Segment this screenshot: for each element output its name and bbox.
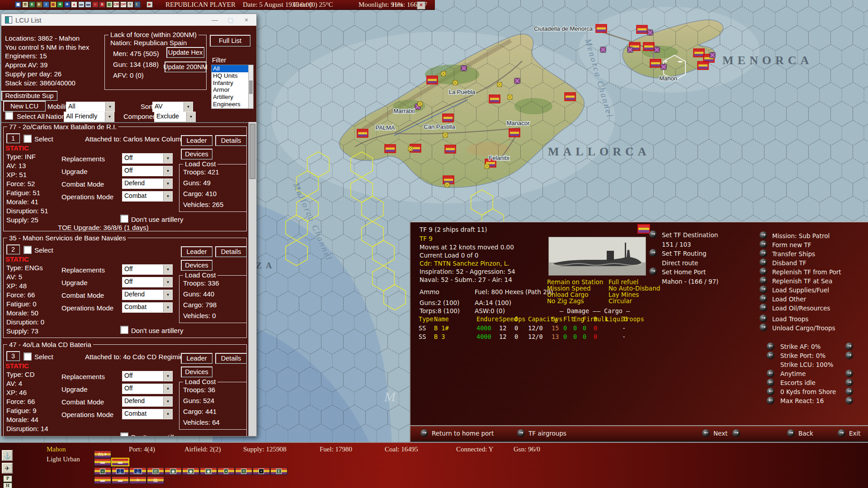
tf-menu-form-new-tf[interactable]: Form new TF <box>772 241 811 249</box>
torpedo-boat-icon[interactable]: ▬ <box>94 476 111 484</box>
exit-arrow-icon[interactable]: → <box>838 429 845 437</box>
industry-icon[interactable]: ⌂ <box>92 1 99 8</box>
chevron-down-icon[interactable]: ▼ <box>184 102 193 112</box>
strike-plus-icon[interactable]: → <box>845 397 853 404</box>
strike-plus-icon[interactable]: → <box>845 388 853 395</box>
leader-button[interactable]: Leader <box>181 353 212 364</box>
tf-name[interactable]: TF 9 <box>420 235 433 242</box>
mobility-dropdown[interactable]: All▼ <box>66 102 115 112</box>
unit-index-button[interactable]: 1 <box>6 133 20 143</box>
redistribute-supply-button[interactable]: Redistribute Sup <box>1 91 57 101</box>
filter-option-hq-units[interactable]: HQ Units <box>212 72 253 80</box>
recon-unit-icon-3[interactable]: ◉ <box>200 467 217 475</box>
filter-listbox[interactable]: AllHQ UnitsInfantryArmorArtilleryEnginee… <box>211 65 254 109</box>
recon-unit-icon-2[interactable]: ◉ <box>182 467 199 475</box>
info-icon[interactable]: i <box>43 1 49 8</box>
details-button[interactable]: Details <box>215 135 247 146</box>
tf-airgroups-button[interactable]: TF airgroups <box>528 430 566 437</box>
tf-menu-replenish-tf-from-port[interactable]: Replenish TF from Port <box>772 268 841 276</box>
update-200nm-button[interactable]: Update 200NM <box>165 61 206 72</box>
menu-arrow-icon[interactable]: → <box>760 277 767 284</box>
order-toggle-no-zig-zags[interactable]: No Zig Zags <box>547 297 584 305</box>
destination-line-2[interactable]: Set TF Routing <box>662 250 707 257</box>
nation-dropdown[interactable]: All Friendly▼ <box>64 112 114 122</box>
order-toggle-circular[interactable]: Circular <box>609 297 632 305</box>
operations-icon[interactable]: OP <box>120 1 127 8</box>
task-force-icon[interactable]: ▬ <box>85 1 91 8</box>
map-unit-flag[interactable] <box>358 130 368 137</box>
map-unit-marker[interactable] <box>514 78 520 84</box>
combat-mode-dropdown[interactable]: Defend▼ <box>122 178 173 189</box>
leader-button[interactable]: Leader <box>181 135 212 146</box>
chevron-down-icon[interactable]: ▼ <box>105 102 114 112</box>
chevron-down-icon[interactable]: ▼ <box>163 384 172 394</box>
filter-option-artillery[interactable]: Artillery <box>212 94 253 101</box>
strike-minus-icon[interactable]: ← <box>767 379 774 386</box>
return-home-arrow-icon[interactable]: → <box>420 429 428 437</box>
filter-scrollbar[interactable] <box>248 65 253 108</box>
ship-row-0-name[interactable]: B 1# <box>434 324 449 332</box>
scenario-icon[interactable]: ▦ <box>50 1 57 8</box>
engineer-unit-icon[interactable]: E <box>270 467 288 475</box>
naval-icon[interactable]: ▬ <box>78 1 85 8</box>
destination-line-0[interactable]: Set TF Destination <box>662 231 718 239</box>
tf-menu-transfer-ships[interactable]: Transfer Ships <box>772 250 815 258</box>
filter-option-armor[interactable]: Armor <box>212 86 253 94</box>
dont-use-artillery-checkbox[interactable] <box>120 326 128 334</box>
oob-icon[interactable]: E <box>29 1 35 8</box>
chevron-down-icon[interactable]: ▼ <box>163 192 172 201</box>
tf-menu-replenish-tf-at-sea[interactable]: Replenish TF at Sea <box>772 277 832 285</box>
save-icon[interactable]: ▦ <box>15 1 21 8</box>
warship-stack-icon[interactable]: ▬ <box>94 458 111 466</box>
toe-icon[interactable]: E <box>36 1 42 8</box>
menu-arrow-icon[interactable]: → <box>760 258 767 266</box>
menu-arrow-icon[interactable]: → <box>760 304 767 311</box>
p-marker[interactable]: P <box>3 475 12 482</box>
base-force-icon[interactable]: III <box>147 467 164 475</box>
map-unit-marker[interactable] <box>654 47 660 52</box>
dont-use-artillery-checkbox[interactable] <box>120 432 128 436</box>
strike-minus-icon[interactable]: ← <box>767 370 774 377</box>
menu-arrow-icon[interactable]: → <box>760 286 767 293</box>
back-arrow-icon[interactable]: → <box>787 429 795 437</box>
recon-unit-icon[interactable]: ◉ <box>165 467 182 475</box>
sort-dropdown[interactable]: AV▼ <box>152 102 193 112</box>
strike-plus-icon[interactable]: → <box>845 352 853 359</box>
select-all-checkbox[interactable] <box>5 112 13 120</box>
depot-icon[interactable]: ▤ <box>147 476 164 484</box>
exit-button[interactable]: Exit <box>849 430 861 437</box>
chevron-down-icon[interactable]: ▼ <box>163 397 172 406</box>
upgrade-dropdown[interactable]: Off▼ <box>122 384 173 394</box>
chevron-down-icon[interactable]: ▼ <box>163 166 172 176</box>
unit-index-button[interactable]: 3 <box>6 351 20 361</box>
naval-base-icon[interactable]: ⚓ <box>129 467 146 475</box>
window-titlebar[interactable]: LCU List — ▢ × <box>1 14 256 26</box>
map-unit-flag[interactable] <box>694 49 704 57</box>
map-unit-flag[interactable] <box>445 145 456 153</box>
tf-menu-load-supplies-fuel[interactable]: Load Supplies/Fuel <box>772 286 829 294</box>
combat-mode-dropdown[interactable]: Defend▼ <box>122 290 173 300</box>
map-icon[interactable]: ▨ <box>106 1 113 8</box>
menu-arrow-icon[interactable]: → <box>760 295 767 302</box>
menu-arrow-icon[interactable]: → <box>760 324 767 331</box>
tf-menu-load-oil-resources[interactable]: Load Oil/Resources <box>772 305 830 312</box>
strike-minus-icon[interactable]: ← <box>767 343 774 350</box>
next-arrow-icon[interactable]: → <box>732 429 740 437</box>
strike-minus-icon[interactable]: ← <box>767 388 774 395</box>
hq-unit-icon[interactable]: + <box>94 467 111 475</box>
map-unit-flag[interactable] <box>427 76 438 84</box>
operations-mode-dropdown[interactable]: Combat▼ <box>122 191 173 202</box>
dest-arrow-icon-2[interactable]: → <box>649 249 657 257</box>
strike-minus-icon[interactable]: ← <box>767 397 774 404</box>
chevron-down-icon[interactable]: ▼ <box>163 154 172 163</box>
tf-menu-load-troops[interactable]: Load Troops <box>772 315 808 323</box>
filter-option-infantry[interactable]: Infantry <box>212 80 253 87</box>
coastal-gun-icon[interactable]: ≡ <box>235 467 252 475</box>
aircraft-button[interactable]: ✈ <box>2 463 13 474</box>
map-unit-marker[interactable] <box>600 47 606 52</box>
map-unit-marker[interactable] <box>647 30 653 35</box>
full-list-button[interactable]: Full List <box>210 35 250 47</box>
strike-plus-icon[interactable]: → <box>845 379 853 386</box>
airgroups-arrow-icon[interactable]: → <box>517 429 525 437</box>
operations-mode-dropdown[interactable]: Combat▼ <box>122 409 173 419</box>
